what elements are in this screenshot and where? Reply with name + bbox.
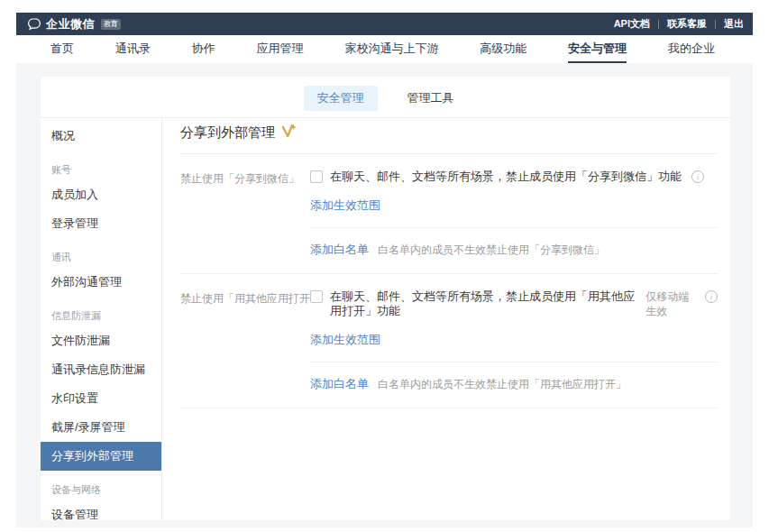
open-other-app-checkbox[interactable] [310, 290, 323, 303]
sidebar-item-device-management[interactable]: 设备管理 [41, 500, 161, 529]
nav-item-my-enterprise[interactable]: 我的企业 [668, 35, 715, 63]
add-scope-link[interactable]: 添加生效范围 [310, 332, 380, 348]
page-title: 分享到外部管理 [180, 124, 275, 142]
sidebar-group-communication: 通讯 [41, 238, 161, 268]
top-bar: 企业微信 教育 API文档 联系客服 退出 [16, 13, 753, 35]
topbar-links: API文档 联系客服 退出 [614, 17, 744, 31]
divider [715, 20, 716, 29]
api-docs-link[interactable]: API文档 [614, 17, 650, 31]
add-whitelist-link[interactable]: 添加白名单 [310, 242, 369, 258]
nav-item-advanced-features[interactable]: 高级功能 [480, 35, 526, 63]
sidebar-item-member-join[interactable]: 成员加入 [41, 180, 161, 209]
app-logo: 企业微信 教育 [27, 16, 121, 32]
content-card: 安全管理 管理工具 概况 账号 成员加入 登录管理 通讯 外部沟通管理 信息防泄… [41, 77, 730, 520]
setting-label: 禁止使用「分享到微信」 [180, 170, 310, 258]
info-icon[interactable]: i [691, 170, 704, 183]
divider [310, 362, 718, 362]
contact-support-link[interactable]: 联系客服 [667, 17, 707, 31]
sidebar-item-share-external-management[interactable]: 分享到外部管理 [41, 442, 161, 471]
checkbox-label: 在聊天、邮件、文档等所有场景，禁止成员使用「用其他应用打开」功能 [330, 289, 641, 318]
setting-open-with-other-apps: 禁止使用「用其他应用打开」 在聊天、邮件、文档等所有场景，禁止成员使用「用其他应… [180, 274, 718, 392]
setting-label: 禁止使用「用其他应用打开」 [180, 289, 310, 392]
share-wechat-checkbox[interactable] [310, 170, 323, 183]
app-title: 企业微信 [46, 16, 95, 32]
sidebar-item-screenshot-management[interactable]: 截屏/录屏管理 [41, 413, 161, 442]
sidebar: 概况 账号 成员加入 登录管理 通讯 外部沟通管理 信息防泄漏 文件防泄漏 通讯… [41, 118, 162, 520]
chat-bubble-icon [27, 17, 41, 31]
add-whitelist-link[interactable]: 添加白名单 [310, 376, 369, 392]
info-icon[interactable]: i [705, 290, 718, 303]
edition-badge: 教育 [101, 19, 121, 30]
divider [658, 20, 659, 29]
divider [180, 408, 718, 408]
whitelist-row: 添加白名单 白名单内的成员不生效禁止使用「分享到微信」 [310, 242, 718, 258]
logout-link[interactable]: 退出 [724, 17, 744, 31]
sidebar-item-overview[interactable]: 概况 [41, 122, 161, 151]
page-title-row: 分享到外部管理 [180, 124, 718, 142]
nav-item-app-management[interactable]: 应用管理 [257, 35, 304, 63]
nav-item-security-management[interactable]: 安全与管理 [568, 35, 627, 63]
nav-item-school-communication[interactable]: 家校沟通与上下游 [344, 35, 438, 63]
setting-share-to-wechat: 禁止使用「分享到微信」 在聊天、邮件、文档等所有场景，禁止成员使用「分享到微信」… [180, 154, 718, 258]
vip-premium-icon [281, 124, 297, 142]
main-content: 分享到外部管理 禁止使用「分享到微信」 在聊天、邮件、文档等所有场景，禁止成员使… [163, 118, 730, 520]
sidebar-item-login-management[interactable]: 登录管理 [41, 209, 161, 238]
divider [310, 227, 718, 228]
share-wechat-check-row: 在聊天、邮件、文档等所有场景，禁止成员使用「分享到微信」功能 i [310, 170, 718, 184]
sidebar-item-contacts-leak-prevention[interactable]: 通讯录信息防泄漏 [41, 355, 161, 384]
add-scope-link[interactable]: 添加生效范围 [310, 197, 380, 214]
whitelist-description: 白名单内的成员不生效禁止使用「分享到微信」 [378, 243, 605, 258]
sidebar-group-device-network: 设备与网络 [41, 471, 161, 500]
sidebar-group-info-leak-prevention: 信息防泄漏 [41, 297, 161, 326]
tab-management-tools[interactable]: 管理工具 [394, 86, 468, 111]
sidebar-item-watermark-settings[interactable]: 水印设置 [41, 384, 161, 413]
nav-item-contacts[interactable]: 通讯录 [115, 35, 151, 63]
checkbox-suffix: 仅移动端生效 [645, 289, 700, 318]
sidebar-item-file-leak-prevention[interactable]: 文件防泄漏 [41, 326, 161, 355]
open-other-app-check-row: 在聊天、邮件、文档等所有场景，禁止成员使用「用其他应用打开」功能 仅移动端生效 … [310, 289, 718, 318]
tab-security-management[interactable]: 安全管理 [304, 86, 378, 111]
checkbox-label: 在聊天、邮件、文档等所有场景，禁止成员使用「分享到微信」功能 [330, 170, 682, 184]
sidebar-group-account: 账号 [41, 151, 161, 180]
nav-item-home[interactable]: 首页 [50, 35, 74, 63]
nav-item-collaboration[interactable]: 协作 [192, 35, 215, 63]
sidebar-item-external-communication[interactable]: 外部沟通管理 [41, 268, 161, 297]
sub-tabs: 安全管理 管理工具 [41, 86, 730, 111]
whitelist-description: 白名单内的成员不生效禁止使用「用其他应用打开」 [378, 377, 627, 392]
primary-nav: 首页 通讯录 协作 应用管理 家校沟通与上下游 高级功能 安全与管理 我的企业 [0, 35, 769, 63]
whitelist-row: 添加白名单 白名单内的成员不生效禁止使用「用其他应用打开」 [310, 376, 718, 392]
